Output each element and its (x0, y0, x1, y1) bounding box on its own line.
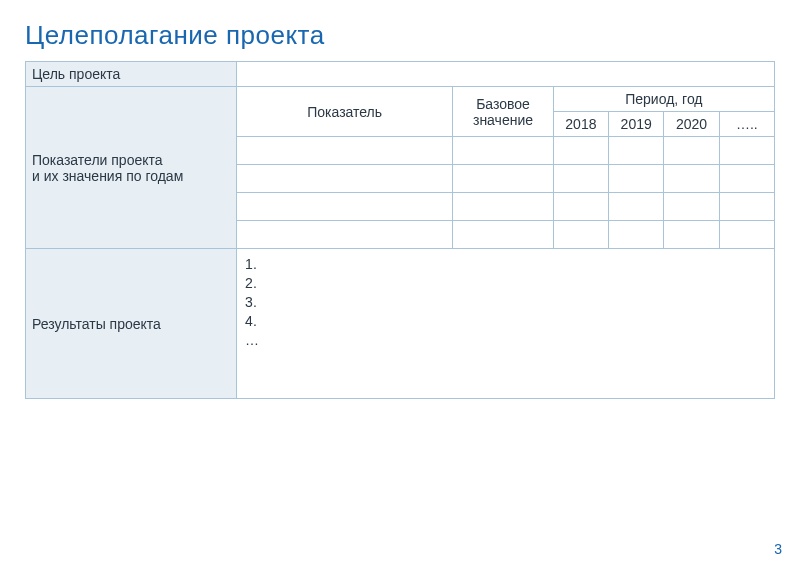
indicators-label: Показатели проекта и их значения по года… (26, 87, 237, 249)
cell-1-3 (719, 165, 774, 193)
page-number: 3 (774, 541, 782, 557)
row-goal: Цель проекта (26, 62, 775, 87)
results-item-3: 4. (245, 312, 766, 331)
goal-value (237, 62, 775, 87)
cell-base-3 (453, 221, 554, 249)
cell-3-1 (609, 221, 664, 249)
cell-0-3 (719, 137, 774, 165)
cell-ind-1 (237, 165, 453, 193)
results-value: 1. 2. 3. 4. … (237, 249, 775, 399)
cell-3-0 (553, 221, 608, 249)
cell-0-0 (553, 137, 608, 165)
cell-base-2 (453, 193, 554, 221)
cell-ind-3 (237, 221, 453, 249)
slide-title: Целеполагание проекта (25, 20, 775, 51)
cell-base-1 (453, 165, 554, 193)
year-3: ….. (719, 112, 774, 137)
results-item-2: 3. (245, 293, 766, 312)
cell-1-2 (664, 165, 719, 193)
cell-base-0 (453, 137, 554, 165)
cell-0-1 (609, 137, 664, 165)
indicator-col-header: Показатель (237, 87, 453, 137)
indicators-label-text: Показатели проекта и их значения по года… (32, 152, 183, 184)
indicator-header-row-1: Показатели проекта и их значения по года… (26, 87, 775, 112)
goal-table: Цель проекта Показатели проекта и их зна… (25, 61, 775, 399)
goal-label: Цель проекта (26, 62, 237, 87)
results-label: Результаты проекта (26, 249, 237, 399)
year-2: 2020 (664, 112, 719, 137)
cell-ind-0 (237, 137, 453, 165)
cell-3-3 (719, 221, 774, 249)
row-results: Результаты проекта 1. 2. 3. 4. … (26, 249, 775, 399)
year-0: 2018 (553, 112, 608, 137)
cell-2-2 (664, 193, 719, 221)
cell-2-1 (609, 193, 664, 221)
cell-ind-2 (237, 193, 453, 221)
cell-1-1 (609, 165, 664, 193)
base-col-header: Базовое значение (453, 87, 554, 137)
cell-2-0 (553, 193, 608, 221)
cell-0-2 (664, 137, 719, 165)
results-item-0: 1. (245, 255, 766, 274)
results-item-1: 2. (245, 274, 766, 293)
period-col-header: Период, год (553, 87, 774, 112)
cell-3-2 (664, 221, 719, 249)
cell-1-0 (553, 165, 608, 193)
year-1: 2019 (609, 112, 664, 137)
cell-2-3 (719, 193, 774, 221)
results-item-4: … (245, 331, 766, 350)
